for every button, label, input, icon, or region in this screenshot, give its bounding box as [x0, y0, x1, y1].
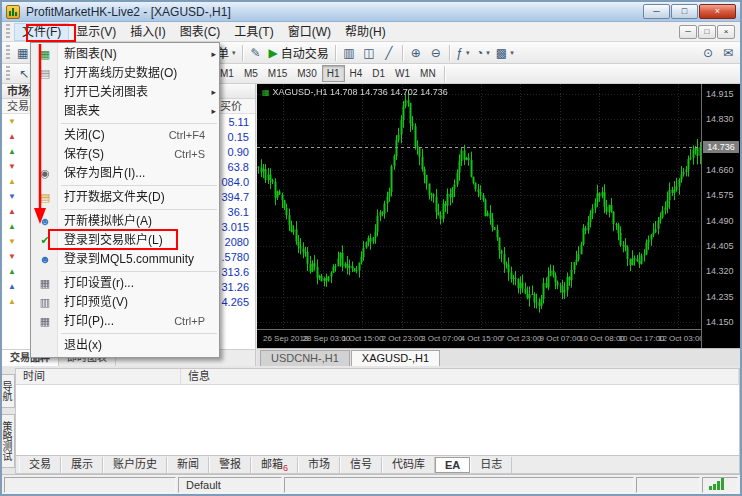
- menu-item-打印设置(r)...[interactable]: ▦打印设置(r)...: [31, 274, 219, 293]
- submenu-arrow-icon: ▸: [211, 102, 216, 121]
- candlesticks-button[interactable]: ◫: [359, 44, 379, 62]
- symbol-price: 63.8: [228, 161, 255, 173]
- terminal-tab-新闻[interactable]: 新闻: [167, 457, 209, 473]
- timeframe-H1-button[interactable]: H1: [322, 65, 345, 82]
- timeframe-W1-button[interactable]: W1: [390, 65, 415, 82]
- terminal-tab-信号[interactable]: 信号: [340, 457, 382, 473]
- menu-item-shortcut: [195, 274, 205, 293]
- panel-tab-策略测试[interactable]: 策略测试: [2, 414, 15, 468]
- menu-item-保存(S)[interactable]: 保存(S)Ctrl+S: [31, 145, 219, 164]
- price-axis[interactable]: 14.91514.83014.74514.66014.57514.49014.4…: [701, 84, 740, 348]
- menu-item-打开已关闭图表[interactable]: 打开已关闭图表▸: [31, 83, 219, 102]
- terminal-header: 时间信息: [16, 369, 739, 385]
- terminal-tab-警报[interactable]: 警报: [209, 457, 251, 473]
- bar-chart-button[interactable]: ▥: [339, 44, 359, 62]
- menu-item-shortcut: [195, 188, 205, 207]
- menu-item-shortcut: [195, 231, 205, 250]
- timeframe-MN-button[interactable]: MN: [415, 65, 441, 82]
- candlestick-canvas[interactable]: [257, 84, 701, 329]
- mdi-restore-button[interactable]: □: [698, 25, 716, 39]
- title-bar[interactable]: ProfitMarketHK-Live2 - [XAGUSD-,H1] ─ □ …: [2, 2, 740, 22]
- menu-item-打开数据文件夹(D)[interactable]: ▤打开数据文件夹(D): [31, 188, 219, 207]
- toolbar-separator: [449, 45, 450, 61]
- app-window: ProfitMarketHK-Live2 - [XAGUSD-,H1] ─ □ …: [0, 0, 742, 496]
- terminal-column-信息[interactable]: 信息: [181, 369, 739, 384]
- menu-item-打开离线历史数据(O)[interactable]: ▤打开离线历史数据(O): [31, 64, 219, 83]
- autotrading-button[interactable]: ▶自动交易: [266, 44, 332, 62]
- menu-item-label: 新图表(N): [64, 45, 117, 64]
- timeframe-M15-button[interactable]: M15: [263, 65, 292, 82]
- symbol-price: 36.1: [228, 206, 255, 218]
- timeframe-H4-button[interactable]: H4: [345, 65, 368, 82]
- menu-显示(V)[interactable]: 显示(V): [69, 23, 123, 41]
- menu-item-打印(P)...[interactable]: ▦打印(P)...Ctrl+P: [31, 312, 219, 331]
- terminal-column-时间[interactable]: 时间: [16, 369, 181, 384]
- community-button[interactable]: ✉: [718, 44, 738, 62]
- menu-图表(C)[interactable]: 图表(C): [173, 23, 228, 41]
- menu-窗口(W)[interactable]: 窗口(W): [281, 23, 338, 41]
- menu-item-打印预览(V)[interactable]: ▥打印预览(V): [31, 293, 219, 312]
- menu-插入(I)[interactable]: 插入(I): [123, 23, 172, 41]
- timeframe-M5-button[interactable]: M5: [239, 65, 263, 82]
- indicators-button[interactable]: ƒ▾: [453, 44, 473, 62]
- menu-文件(F)[interactable]: 文件(F): [14, 23, 69, 41]
- mdi-close-button[interactable]: ×: [717, 25, 735, 39]
- connection-bars-icon[interactable]: [702, 477, 738, 493]
- zoom-in-button[interactable]: ⊕: [406, 44, 426, 62]
- templates-button[interactable]: ▩▾: [493, 44, 517, 62]
- offline-chart-icon: ▤: [35, 64, 55, 83]
- menu-separator: [61, 333, 217, 334]
- menu-item-保存为图片(I)...[interactable]: ◉保存为图片(I)...: [31, 164, 219, 183]
- status-profile[interactable]: Default: [178, 477, 282, 493]
- menu-item-shortcut: [195, 250, 205, 269]
- minimize-button[interactable]: ─: [643, 4, 670, 19]
- terminal-tab-代码库[interactable]: 代码库: [382, 457, 435, 473]
- close-button[interactable]: ×: [699, 4, 736, 19]
- indicators-icon: ƒ: [456, 47, 463, 59]
- menu-item-新图表(N)[interactable]: ▦新图表(N)▸: [31, 45, 219, 64]
- chart-tab-USDCNH-,H1[interactable]: USDCNH-,H1: [260, 350, 350, 366]
- menu-item-登录到交易账户(L)[interactable]: ✔登录到交易账户(L): [31, 231, 219, 250]
- terminal-tab-市场[interactable]: 市场: [298, 457, 340, 473]
- periods-button[interactable]: ◔▾: [473, 44, 493, 62]
- menu-工具(T)[interactable]: 工具(T): [227, 23, 280, 41]
- chart-window: ▦XAGUSD-,H1 14.708 14.736 14.702 14.736 …: [257, 84, 740, 348]
- terminal-tab-日志[interactable]: 日志: [470, 457, 512, 473]
- menu-item-登录到MQL5.community[interactable]: ☻登录到MQL5.community: [31, 250, 219, 269]
- menu-separator: [61, 123, 217, 124]
- terminal-tab-账户历史[interactable]: 账户历史: [103, 457, 167, 473]
- autotrading-icon: ▶: [269, 47, 278, 59]
- time-axis[interactable]: 26 Sep 201828 Sep 03:001 Oct 15:002 Oct …: [257, 329, 701, 348]
- symbol-price: .5780: [221, 251, 255, 263]
- price-tick: 14.830: [706, 114, 734, 124]
- line-chart-button[interactable]: ╱: [379, 44, 399, 62]
- chart-tab-XAGUSD-,H1[interactable]: XAGUSD-,H1: [351, 350, 440, 366]
- menu-separator: [61, 271, 217, 272]
- journal-content[interactable]: [16, 385, 739, 455]
- metaeditor-button[interactable]: ✎: [246, 44, 266, 62]
- mdi-minimize-button[interactable]: ─: [679, 25, 697, 39]
- price-tick: 14.320: [706, 266, 734, 276]
- menu-bar: 文件(F)显示(V)插入(I)图表(C)工具(T)窗口(W)帮助(H) ─ □ …: [2, 22, 740, 42]
- symbol-arrow-icon: ▲: [5, 177, 19, 186]
- terminal-tab-展示[interactable]: 展示: [61, 457, 103, 473]
- timeframe-D1-button[interactable]: D1: [367, 65, 390, 82]
- menu-item-开新模拟帐户(A)[interactable]: ☻开新模拟帐户(A): [31, 212, 219, 231]
- menu-item-退出(x)[interactable]: 退出(x): [31, 336, 219, 355]
- new-chart-icon: ▦: [17, 47, 28, 59]
- terminal-tab-邮箱[interactable]: 邮箱6: [251, 457, 298, 473]
- menu-item-图表夹[interactable]: 图表夹▸: [31, 102, 219, 121]
- new-chart-icon: ▦: [35, 45, 55, 64]
- menu-item-label: 登录到交易账户(L): [64, 231, 163, 250]
- terminal-tab-EA[interactable]: EA: [435, 457, 470, 473]
- maximize-button[interactable]: □: [671, 4, 698, 19]
- panel-tab-导航[interactable]: 导航: [2, 374, 15, 408]
- zoom-out-button[interactable]: ⊖: [426, 44, 446, 62]
- search-button[interactable]: ⊙: [698, 44, 718, 62]
- menu-帮助(H)[interactable]: 帮助(H): [338, 23, 393, 41]
- toolbar-grip: [6, 66, 10, 81]
- timeframe-M30-button[interactable]: M30: [292, 65, 321, 82]
- menu-item-关闭(C)[interactable]: 关闭(C)Ctrl+F4: [31, 126, 219, 145]
- terminal-tab-交易[interactable]: 交易: [19, 457, 61, 473]
- autotrading-label: 自动交易: [281, 44, 329, 61]
